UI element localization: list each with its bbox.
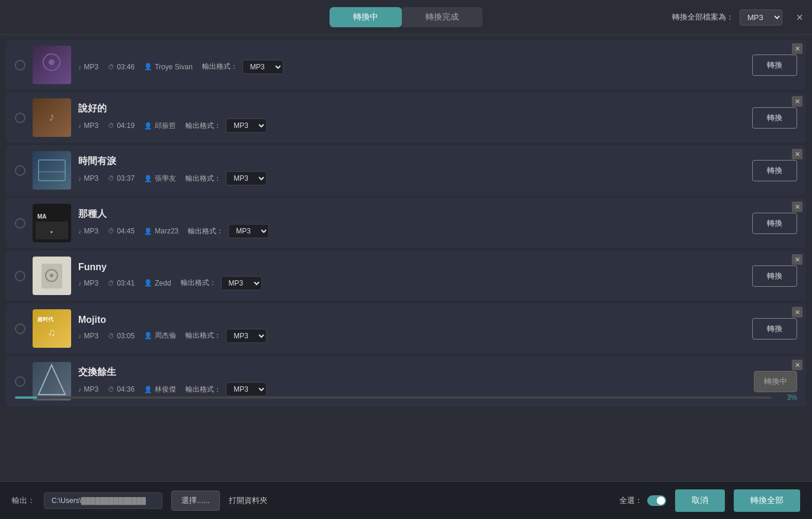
svg-point-2 xyxy=(49,59,55,65)
track-checkbox-3[interactable] xyxy=(15,165,25,176)
tab-converting[interactable]: 轉換中 xyxy=(330,7,402,27)
duration-meta-6: ⏱ 03:05 xyxy=(108,332,135,340)
track-title-6: Mojito xyxy=(78,315,745,325)
clock-icon-2: ⏱ xyxy=(108,122,114,129)
format-select-6[interactable]: MP3AACFLAC xyxy=(226,329,267,343)
music-icon-4: ♪ xyxy=(78,228,82,235)
format-select-2[interactable]: MP3AACFLAC xyxy=(226,118,267,133)
close-button[interactable]: × xyxy=(796,11,803,24)
remove-track-button-6[interactable]: ✕ xyxy=(792,307,803,318)
output-format-label-1: 輸出格式： xyxy=(202,62,238,72)
convert-all-button[interactable]: 轉換全部 xyxy=(734,489,800,512)
track-checkbox-5[interactable] xyxy=(15,271,25,281)
format-value-5: MP3 xyxy=(84,279,99,287)
remove-track-button-7[interactable]: ✕ xyxy=(792,360,803,370)
format-meta-2: ♪ MP3 xyxy=(78,121,98,130)
duration-meta-3: ⏱ 03:37 xyxy=(108,174,135,182)
artist-value-1: Troye Sivan xyxy=(155,63,193,71)
music-icon-2: ♪ xyxy=(78,122,82,129)
remove-track-button-3[interactable]: ✕ xyxy=(792,149,803,159)
bottom-bar: 輸出： C:\Users\██████████████ 選擇...... 打開資… xyxy=(0,481,812,519)
artist-meta-2: 👤 邱振哲 xyxy=(144,121,176,131)
artist-value-5: Zedd xyxy=(155,279,171,287)
convert-button-5[interactable]: 轉換 xyxy=(752,265,797,287)
convert-button-1[interactable]: 轉換 xyxy=(752,55,797,76)
track-meta-4: ♪ MP3 ⏱ 04:45 👤 Marz23 輸出格式： MP3AACFLAC xyxy=(78,224,745,238)
artist-meta-3: 👤 張學友 xyxy=(144,174,176,184)
open-folder-button[interactable]: 打開資料夾 xyxy=(229,495,267,506)
output-format-label-4: 輸出格式： xyxy=(188,226,223,236)
track-row-6: 超时代♫ Mojito ♪ MP3 ⏱ 03:05 👤 周杰倫 輸出格式： xyxy=(6,303,806,354)
convert-button-6[interactable]: 轉換 xyxy=(752,318,797,339)
output-format-label-5: 輸出格式： xyxy=(181,278,216,288)
convert-button-3[interactable]: 轉換 xyxy=(752,160,797,181)
track-title-4: 那種人 xyxy=(78,208,745,220)
track-info-4: 那種人 ♪ MP3 ⏱ 04:45 👤 Marz23 輸出格式： MP3 xyxy=(78,208,745,238)
svg-text:●: ● xyxy=(50,229,53,235)
cancel-button[interactable]: 取消 xyxy=(675,489,725,512)
format-meta-4: ♪ MP3 xyxy=(78,227,98,235)
duration-value-6: 03:05 xyxy=(117,332,135,340)
duration-meta-1: ⏱ 03:46 xyxy=(108,63,135,71)
track-info-5: Funny ♪ MP3 ⏱ 03:41 👤 Zedd 輸出格式： MP3 xyxy=(78,262,745,290)
convert-button-4[interactable]: 轉換 xyxy=(752,213,797,234)
track-thumb-3 xyxy=(33,151,71,190)
format-select-1[interactable]: MP3AACFLAC xyxy=(242,60,283,74)
format-value-7: MP3 xyxy=(84,385,99,393)
duration-meta-5: ⏱ 03:41 xyxy=(108,279,135,287)
track-checkbox-2[interactable] xyxy=(15,113,25,123)
select-all-toggle[interactable] xyxy=(647,495,666,506)
format-value-2: MP3 xyxy=(84,121,99,130)
track-checkbox-6[interactable] xyxy=(15,323,25,334)
format-select-5[interactable]: MP3AACFLAC xyxy=(221,276,262,290)
format-select-3[interactable]: MP3AACFLAC xyxy=(226,171,267,185)
track-thumb-6: 超时代♫ xyxy=(33,309,71,348)
track-info-6: Mojito ♪ MP3 ⏱ 03:05 👤 周杰倫 輸出格式： MP3 xyxy=(78,315,745,343)
output-format-5: 輸出格式： MP3AACFLAC xyxy=(181,276,262,290)
duration-value-2: 04:19 xyxy=(117,121,135,130)
track-meta-6: ♪ MP3 ⏱ 03:05 👤 周杰倫 輸出格式： MP3AACFLAC xyxy=(78,329,745,343)
progress-bar-bg-7 xyxy=(15,396,772,399)
output-path: C:\Users\██████████████ xyxy=(44,492,162,509)
track-info-7: 交換餘生 ♪ MP3 ⏱ 04:36 👤 林俊傑 輸出格式： MP3AA xyxy=(78,366,747,396)
convert-button-2[interactable]: 轉換 xyxy=(752,107,797,129)
music-icon-6: ♪ xyxy=(78,332,82,339)
output-format-label-7: 輸出格式： xyxy=(186,385,221,395)
remove-track-button-2[interactable]: ✕ xyxy=(792,96,803,107)
track-checkbox-7[interactable] xyxy=(15,376,25,387)
format-value-3: MP3 xyxy=(84,174,99,182)
converting-button-7: 轉換中 xyxy=(754,371,797,392)
progress-bar-fill-7 xyxy=(15,396,37,399)
tab-group: 轉換中 轉換完成 xyxy=(330,7,482,27)
remove-track-button-1[interactable]: ✕ xyxy=(792,43,803,54)
track-row-3: 時間有淚 ♪ MP3 ⏱ 03:37 👤 張學友 輸出格式： MP3AA xyxy=(6,145,806,196)
svg-text:MA: MA xyxy=(37,213,47,220)
artist-meta-6: 👤 周杰倫 xyxy=(144,331,176,341)
track-title-3: 時間有淚 xyxy=(78,155,745,168)
person-icon-4: 👤 xyxy=(144,228,152,235)
artist-value-7: 林俊傑 xyxy=(155,385,176,395)
clock-icon-6: ⏱ xyxy=(108,332,114,339)
music-icon-7: ♪ xyxy=(78,386,82,393)
clock-icon-5: ⏱ xyxy=(108,280,114,287)
remove-track-button-4[interactable]: ✕ xyxy=(792,201,803,212)
format-select-4[interactable]: MP3AACFLAC xyxy=(228,224,269,238)
format-meta-5: ♪ MP3 xyxy=(78,279,98,287)
track-checkbox-1[interactable] xyxy=(15,60,25,71)
track-row-5: Funny ♪ MP3 ⏱ 03:41 👤 Zedd 輸出格式： MP3 xyxy=(6,251,806,301)
track-checkbox-4[interactable] xyxy=(15,218,25,229)
duration-value-4: 04:45 xyxy=(117,227,135,235)
global-format-select[interactable]: MP3 AAC FLAC xyxy=(740,9,782,25)
track-row-7: 交換餘生 ♪ MP3 ⏱ 04:36 👤 林俊傑 輸出格式： MP3AA xyxy=(6,356,806,406)
select-folder-button[interactable]: 選擇...... xyxy=(171,491,220,511)
artist-meta-7: 👤 林俊傑 xyxy=(144,385,176,395)
output-format-2: 輸出格式： MP3AACFLAC xyxy=(186,118,267,133)
person-icon-6: 👤 xyxy=(144,332,152,339)
remove-track-button-5[interactable]: ✕ xyxy=(792,254,803,265)
artist-meta-4: 👤 Marz23 xyxy=(144,227,178,235)
output-format-1: 輸出格式： MP3AACFLAC xyxy=(202,60,283,74)
svg-text:超时代: 超时代 xyxy=(37,316,54,322)
person-icon-1: 👤 xyxy=(144,63,152,71)
tab-done[interactable]: 轉換完成 xyxy=(402,7,482,27)
output-format-6: 輸出格式： MP3AACFLAC xyxy=(186,329,267,343)
